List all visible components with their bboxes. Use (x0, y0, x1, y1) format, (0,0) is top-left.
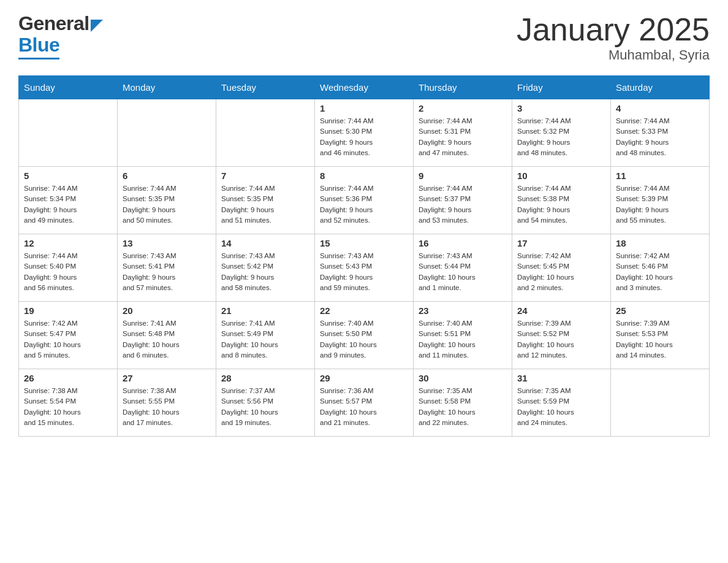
table-row: 22Sunrise: 7:40 AMSunset: 5:50 PMDayligh… (315, 302, 414, 369)
col-thursday: Thursday (414, 76, 512, 99)
table-row: 11Sunrise: 7:44 AMSunset: 5:39 PMDayligh… (611, 167, 710, 234)
day-info: Sunrise: 7:44 AMSunset: 5:36 PMDaylight:… (320, 183, 408, 226)
table-row: 28Sunrise: 7:37 AMSunset: 5:56 PMDayligh… (216, 369, 315, 437)
table-row: 15Sunrise: 7:43 AMSunset: 5:43 PMDayligh… (315, 234, 414, 302)
table-row: 8Sunrise: 7:44 AMSunset: 5:36 PMDaylight… (315, 167, 414, 234)
logo-arrow-icon (91, 20, 103, 32)
day-info: Sunrise: 7:35 AMSunset: 5:59 PMDaylight:… (517, 386, 605, 428)
calendar-week-row: 1Sunrise: 7:44 AMSunset: 5:30 PMDaylight… (19, 99, 710, 167)
day-number: 11 (616, 170, 704, 181)
day-info: Sunrise: 7:39 AMSunset: 5:52 PMDaylight:… (517, 318, 605, 361)
day-number: 30 (419, 373, 507, 383)
col-monday: Monday (118, 76, 216, 99)
calendar-week-row: 26Sunrise: 7:38 AMSunset: 5:54 PMDayligh… (19, 369, 710, 437)
day-number: 3 (517, 103, 605, 113)
page-subtitle: Muhambal, Syria (517, 47, 710, 63)
day-info: Sunrise: 7:40 AMSunset: 5:50 PMDaylight:… (320, 318, 408, 361)
table-row: 7Sunrise: 7:44 AMSunset: 5:35 PMDaylight… (216, 167, 315, 234)
day-number: 4 (616, 103, 704, 113)
day-info: Sunrise: 7:44 AMSunset: 5:31 PMDaylight:… (419, 116, 507, 158)
day-info: Sunrise: 7:43 AMSunset: 5:43 PMDaylight:… (320, 251, 408, 293)
day-number: 6 (123, 170, 211, 181)
table-row: 13Sunrise: 7:43 AMSunset: 5:41 PMDayligh… (118, 234, 216, 302)
day-number: 23 (419, 305, 507, 316)
day-info: Sunrise: 7:44 AMSunset: 5:35 PMDaylight:… (123, 183, 211, 226)
day-number: 29 (320, 373, 408, 383)
day-number: 21 (221, 305, 309, 316)
day-info: Sunrise: 7:42 AMSunset: 5:45 PMDaylight:… (517, 251, 605, 293)
day-info: Sunrise: 7:44 AMSunset: 5:40 PMDaylight:… (24, 251, 112, 293)
day-number: 1 (320, 103, 408, 113)
calendar-week-row: 12Sunrise: 7:44 AMSunset: 5:40 PMDayligh… (19, 234, 710, 302)
table-row (19, 99, 118, 167)
day-number: 27 (123, 373, 211, 383)
logo-underline (18, 58, 59, 59)
table-row: 16Sunrise: 7:43 AMSunset: 5:44 PMDayligh… (414, 234, 512, 302)
day-number: 10 (517, 170, 605, 181)
day-info: Sunrise: 7:38 AMSunset: 5:55 PMDaylight:… (123, 386, 211, 428)
logo-blue-text: Blue (18, 34, 59, 56)
day-info: Sunrise: 7:44 AMSunset: 5:34 PMDaylight:… (24, 183, 112, 226)
calendar-header-row: Sunday Monday Tuesday Wednesday Thursday… (19, 76, 710, 99)
day-number: 14 (221, 238, 309, 248)
table-row: 24Sunrise: 7:39 AMSunset: 5:52 PMDayligh… (512, 302, 611, 369)
col-wednesday: Wednesday (315, 76, 414, 99)
day-info: Sunrise: 7:44 AMSunset: 5:39 PMDaylight:… (616, 183, 704, 226)
calendar-table: Sunday Monday Tuesday Wednesday Thursday… (18, 75, 710, 437)
day-info: Sunrise: 7:41 AMSunset: 5:48 PMDaylight:… (123, 318, 211, 361)
day-info: Sunrise: 7:43 AMSunset: 5:41 PMDaylight:… (123, 251, 211, 293)
day-number: 28 (221, 373, 309, 383)
col-tuesday: Tuesday (216, 76, 315, 99)
day-number: 15 (320, 238, 408, 248)
table-row: 12Sunrise: 7:44 AMSunset: 5:40 PMDayligh… (19, 234, 118, 302)
table-row (611, 369, 710, 437)
day-info: Sunrise: 7:44 AMSunset: 5:30 PMDaylight:… (320, 116, 408, 158)
logo: General Blue (18, 12, 103, 59)
day-info: Sunrise: 7:41 AMSunset: 5:49 PMDaylight:… (221, 318, 309, 361)
table-row: 2Sunrise: 7:44 AMSunset: 5:31 PMDaylight… (414, 99, 512, 167)
table-row: 5Sunrise: 7:44 AMSunset: 5:34 PMDaylight… (19, 167, 118, 234)
day-info: Sunrise: 7:44 AMSunset: 5:37 PMDaylight:… (419, 183, 507, 226)
day-number: 12 (24, 238, 112, 248)
calendar-week-row: 19Sunrise: 7:42 AMSunset: 5:47 PMDayligh… (19, 302, 710, 369)
day-info: Sunrise: 7:36 AMSunset: 5:57 PMDaylight:… (320, 386, 408, 428)
day-number: 25 (616, 305, 704, 316)
table-row: 23Sunrise: 7:40 AMSunset: 5:51 PMDayligh… (414, 302, 512, 369)
table-row: 29Sunrise: 7:36 AMSunset: 5:57 PMDayligh… (315, 369, 414, 437)
table-row: 17Sunrise: 7:42 AMSunset: 5:45 PMDayligh… (512, 234, 611, 302)
day-number: 7 (221, 170, 309, 181)
day-number: 26 (24, 373, 112, 383)
page-header: General Blue January 2025 Muhambal, Syri… (18, 12, 710, 63)
table-row: 31Sunrise: 7:35 AMSunset: 5:59 PMDayligh… (512, 369, 611, 437)
day-info: Sunrise: 7:35 AMSunset: 5:58 PMDaylight:… (419, 386, 507, 428)
table-row: 27Sunrise: 7:38 AMSunset: 5:55 PMDayligh… (118, 369, 216, 437)
day-info: Sunrise: 7:39 AMSunset: 5:53 PMDaylight:… (616, 318, 704, 361)
day-info: Sunrise: 7:37 AMSunset: 5:56 PMDaylight:… (221, 386, 309, 428)
day-info: Sunrise: 7:40 AMSunset: 5:51 PMDaylight:… (419, 318, 507, 361)
calendar-week-row: 5Sunrise: 7:44 AMSunset: 5:34 PMDaylight… (19, 167, 710, 234)
table-row: 20Sunrise: 7:41 AMSunset: 5:48 PMDayligh… (118, 302, 216, 369)
table-row: 18Sunrise: 7:42 AMSunset: 5:46 PMDayligh… (611, 234, 710, 302)
day-info: Sunrise: 7:43 AMSunset: 5:42 PMDaylight:… (221, 251, 309, 293)
day-info: Sunrise: 7:44 AMSunset: 5:33 PMDaylight:… (616, 116, 704, 158)
table-row (118, 99, 216, 167)
table-row: 9Sunrise: 7:44 AMSunset: 5:37 PMDaylight… (414, 167, 512, 234)
day-number: 20 (123, 305, 211, 316)
day-info: Sunrise: 7:38 AMSunset: 5:54 PMDaylight:… (24, 386, 112, 428)
day-number: 22 (320, 305, 408, 316)
table-row: 10Sunrise: 7:44 AMSunset: 5:38 PMDayligh… (512, 167, 611, 234)
day-number: 9 (419, 170, 507, 181)
logo-general-text: General (18, 12, 89, 35)
table-row: 25Sunrise: 7:39 AMSunset: 5:53 PMDayligh… (611, 302, 710, 369)
table-row: 26Sunrise: 7:38 AMSunset: 5:54 PMDayligh… (19, 369, 118, 437)
day-info: Sunrise: 7:44 AMSunset: 5:38 PMDaylight:… (517, 183, 605, 226)
day-info: Sunrise: 7:43 AMSunset: 5:44 PMDaylight:… (419, 251, 507, 293)
day-number: 16 (419, 238, 507, 248)
day-number: 18 (616, 238, 704, 248)
col-friday: Friday (512, 76, 611, 99)
page-title: January 2025 (517, 12, 710, 47)
table-row: 6Sunrise: 7:44 AMSunset: 5:35 PMDaylight… (118, 167, 216, 234)
col-sunday: Sunday (19, 76, 118, 99)
day-info: Sunrise: 7:42 AMSunset: 5:46 PMDaylight:… (616, 251, 704, 293)
day-info: Sunrise: 7:44 AMSunset: 5:32 PMDaylight:… (517, 116, 605, 158)
